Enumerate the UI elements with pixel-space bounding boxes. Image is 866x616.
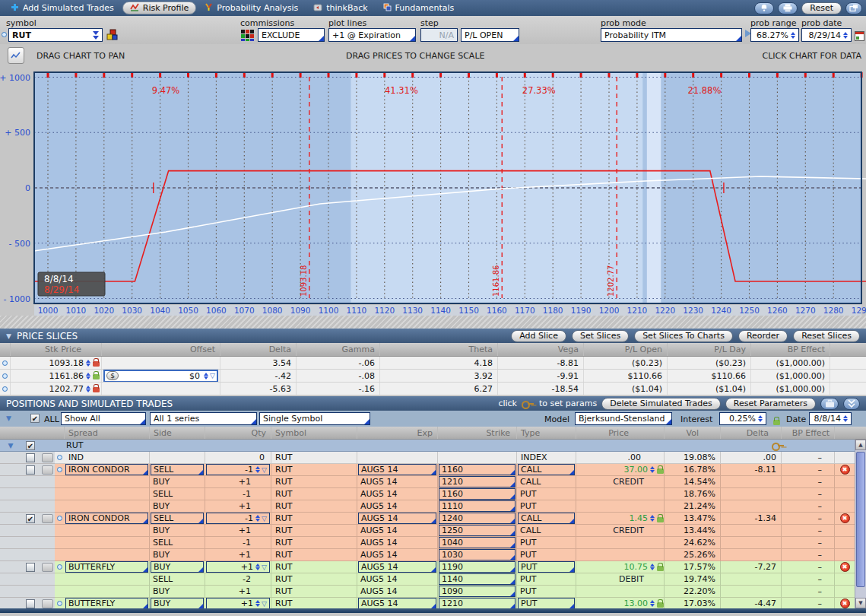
qty-stepper-field[interactable]: +1▽ bbox=[206, 561, 270, 573]
scroll-down-button[interactable]: ▼ bbox=[855, 598, 866, 608]
type-combo[interactable]: CALL bbox=[518, 513, 575, 524]
slice-lock-icon[interactable] bbox=[93, 374, 100, 379]
analyze-toggle-icon[interactable] bbox=[42, 465, 53, 475]
plot-lines-combo[interactable]: +1 @ Expiration bbox=[328, 28, 416, 42]
reset-parameters-button[interactable]: Reset Parameters bbox=[725, 398, 816, 410]
price-lock-icon[interactable] bbox=[657, 566, 664, 571]
dollar-mode-button[interactable]: $ bbox=[106, 371, 119, 380]
stk-price-stepper[interactable] bbox=[86, 386, 90, 392]
analyze-toggle-icon[interactable] bbox=[42, 453, 53, 462]
symbol-list-icon[interactable] bbox=[106, 29, 118, 44]
slice-stk-price[interactable]: 1202.77 bbox=[49, 384, 84, 394]
symbol-combo[interactable]: RUT bbox=[8, 28, 103, 42]
delete-row-icon[interactable]: ✖ bbox=[840, 562, 850, 572]
qty-stepper[interactable] bbox=[255, 600, 260, 607]
tab-fundamentals[interactable]: Fundamentals bbox=[376, 2, 462, 14]
pl-open-combo[interactable]: P/L OPEN bbox=[461, 28, 519, 42]
exp-combo[interactable]: AUG5 14 bbox=[358, 561, 436, 573]
scrollbar-thumb[interactable] bbox=[856, 452, 865, 587]
type-combo[interactable]: PUT bbox=[518, 598, 575, 608]
spread-combo[interactable]: IRON CONDOR bbox=[65, 464, 148, 475]
price-slice-row[interactable]: 1161.86 $$0▽ -.42 -.08 3.92 -9.91 $110.6… bbox=[0, 370, 866, 383]
exp-combo[interactable]: AUG5 14 bbox=[358, 598, 436, 608]
strike-combo[interactable]: 1210 bbox=[439, 476, 515, 487]
commissions-grid-icon[interactable] bbox=[240, 29, 255, 45]
qty-stepper-field[interactable]: +1▽ bbox=[206, 598, 270, 608]
prob-mode-combo[interactable]: Probability ITM bbox=[601, 28, 742, 42]
type-combo[interactable]: PUT bbox=[518, 561, 575, 573]
symbol-group-row[interactable]: ▼✔RUT bbox=[0, 440, 866, 452]
position-leg-row[interactable]: ✔IRON CONDORSELL-1▽RUTAUG5 141240CALL1.4… bbox=[0, 513, 866, 525]
position-leg-row[interactable]: BUY+1RUTAUG5 141090PUT22.20%– bbox=[0, 586, 866, 598]
strike-combo[interactable]: 1040 bbox=[439, 537, 515, 548]
row-checkbox[interactable]: ✔ bbox=[26, 514, 35, 523]
slice-lock-icon[interactable] bbox=[93, 387, 100, 392]
spread-combo[interactable]: BUTTERFLY bbox=[65, 598, 150, 608]
offset-stepper[interactable] bbox=[204, 373, 208, 379]
tab-risk-profile[interactable]: Risk Profile bbox=[122, 2, 197, 14]
position-leg-row[interactable]: SELL-2RUTAUG5 141140PUTDEBIT19.74%– bbox=[0, 573, 866, 586]
delete-simulated-trades-button[interactable]: Delete Simulated Trades bbox=[601, 398, 721, 410]
position-leg-row[interactable]: IRON CONDORSELL-1▽RUTAUG5 141160CALL37.0… bbox=[0, 464, 866, 476]
interest-stepper[interactable] bbox=[758, 415, 763, 422]
row-checkbox[interactable] bbox=[26, 465, 35, 475]
position-row-index[interactable]: IND0RUTINDEX.0019.08%.00– bbox=[0, 452, 866, 464]
date-field[interactable]: 8/8/14 bbox=[809, 412, 852, 425]
reorder-button[interactable]: Reorder bbox=[738, 330, 788, 342]
position-leg-row[interactable]: SELL-1RUTAUG5 141160PUT18.76%– bbox=[0, 488, 866, 500]
model-combo[interactable]: Bjerksund-Stensland bbox=[575, 412, 672, 425]
dropdown-arrow-icon[interactable]: ▽ bbox=[262, 466, 267, 474]
strike-combo[interactable]: 1160 bbox=[439, 464, 515, 475]
all-checkbox[interactable]: ✔ bbox=[30, 414, 40, 423]
qty-stepper[interactable] bbox=[255, 564, 260, 570]
exp-combo[interactable]: AUG5 14 bbox=[358, 513, 436, 524]
position-leg-row[interactable]: BUY+1RUTAUG5 141210CALLCREDIT14.54%– bbox=[0, 476, 866, 488]
qty-stepper[interactable] bbox=[255, 515, 260, 522]
prob-date-field[interactable]: 8/29/14 bbox=[801, 28, 852, 42]
dropdown-arrow-icon[interactable]: ▽ bbox=[262, 515, 267, 522]
strike-combo[interactable]: 1140 bbox=[439, 573, 515, 585]
slice-offset-input[interactable]: $$0▽ bbox=[103, 370, 218, 382]
qty-stepper-field[interactable]: -1▽ bbox=[206, 513, 270, 524]
side-combo[interactable]: BUY bbox=[151, 598, 204, 608]
step-field[interactable]: N/A bbox=[420, 28, 458, 42]
type-combo[interactable]: CALL bbox=[518, 464, 575, 475]
price-slice-row[interactable]: 1202.77 -5.63 -.16 6.27 -18.54 ($1.04) (… bbox=[0, 383, 866, 395]
series-filter-combo[interactable]: All 1 series bbox=[150, 412, 257, 425]
group-expander-icon[interactable]: ▼ bbox=[0, 440, 21, 452]
chart-splitter-handle[interactable] bbox=[0, 316, 866, 329]
collapse-all-icon[interactable] bbox=[843, 398, 860, 410]
price-lock-icon[interactable] bbox=[657, 468, 664, 474]
portfolio-button[interactable] bbox=[820, 398, 839, 410]
price-stepper[interactable] bbox=[650, 515, 655, 522]
collapse-triangle-icon[interactable]: ▼ bbox=[6, 332, 11, 340]
symbol-dropdown-icon[interactable] bbox=[93, 30, 99, 40]
strike-combo[interactable]: 1240 bbox=[439, 513, 515, 524]
alerts-bell-button[interactable] bbox=[754, 2, 774, 14]
interest-lock-icon[interactable] bbox=[773, 420, 780, 425]
strike-combo[interactable]: 1210 bbox=[439, 598, 515, 608]
analyze-toggle-icon[interactable] bbox=[42, 563, 53, 572]
prob-range-stepper[interactable] bbox=[791, 32, 795, 39]
spread-combo[interactable]: IRON CONDOR bbox=[65, 513, 150, 525]
commissions-combo[interactable]: EXCLUDE bbox=[258, 28, 325, 42]
position-leg-row[interactable]: BUY+1RUTAUG5 141250CALLCREDIT13.44%– bbox=[0, 525, 866, 537]
add-slice-button[interactable]: Add Slice bbox=[511, 330, 566, 342]
dropdown-arrow-icon[interactable]: ▽ bbox=[262, 564, 267, 571]
position-leg-row[interactable]: BUY+1RUTAUG5 141030PUT25.26%– bbox=[0, 549, 866, 561]
spread-combo[interactable]: BUTTERFLY bbox=[65, 561, 148, 573]
interest-field[interactable]: 0.25% bbox=[719, 412, 766, 425]
slice-lock-icon[interactable] bbox=[93, 361, 100, 367]
price-lock-icon[interactable] bbox=[657, 517, 664, 522]
date-stepper[interactable] bbox=[843, 415, 848, 422]
stk-price-stepper[interactable] bbox=[86, 360, 90, 367]
row-checkbox[interactable] bbox=[26, 563, 35, 572]
prob-range-field[interactable]: 68.27% bbox=[750, 28, 799, 42]
side-combo[interactable]: BUY bbox=[151, 561, 204, 573]
dropdown-arrow-icon[interactable]: ▽ bbox=[262, 600, 267, 608]
position-leg-row[interactable]: SELL-1RUTAUG5 141040PUT24.62%– bbox=[0, 537, 866, 549]
strike-combo[interactable]: 1190 bbox=[439, 561, 515, 573]
price-lock-icon[interactable] bbox=[657, 602, 664, 608]
set-slices-button[interactable]: Set Slices bbox=[572, 330, 629, 342]
layout-button[interactable] bbox=[845, 2, 862, 14]
